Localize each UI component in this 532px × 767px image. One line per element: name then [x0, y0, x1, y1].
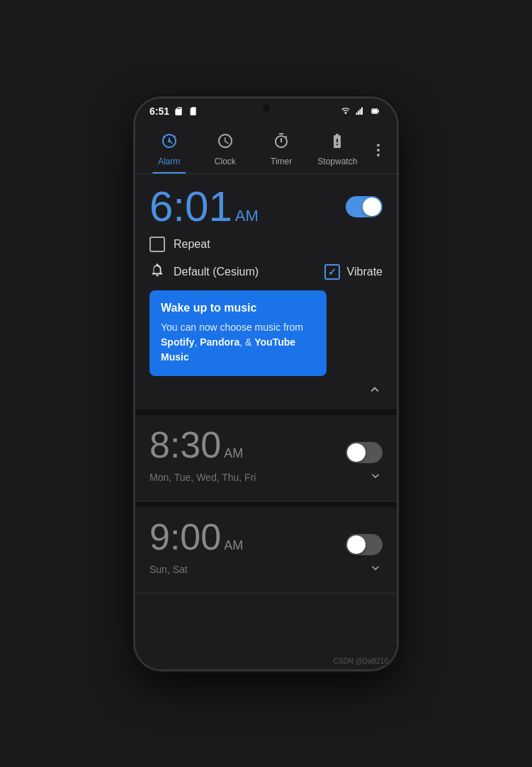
toggle-knob-2 — [347, 443, 366, 462]
alarm-time-row-1: 6:01AM — [149, 186, 383, 228]
alarm-expand-3[interactable] — [368, 561, 383, 579]
alarm-time-2: 8:30AM — [149, 426, 243, 463]
stopwatch-icon — [329, 132, 346, 154]
alarm-time-3: 9:00AM — [149, 518, 243, 555]
alarm-tab-label: Alarm — [158, 157, 180, 166]
status-left: 6:51 — [149, 106, 198, 117]
more-options-button[interactable] — [366, 138, 391, 162]
vibrate-label: Vibrate — [347, 266, 383, 278]
repeat-row: Repeat — [149, 237, 383, 252]
alarm-days-row-2: Mon, Tue, Wed, Thu, Fri — [149, 469, 383, 489]
battery-icon — [368, 107, 383, 115]
sound-left[interactable]: Default (Cesium) — [149, 262, 259, 282]
alarm-time-digits-1: 6:01 — [149, 183, 232, 230]
dot1 — [377, 144, 380, 147]
alarm-ampm-2: AM — [224, 446, 243, 460]
tab-alarm[interactable]: Alarm — [141, 127, 197, 174]
wifi-icon — [340, 107, 351, 115]
spotify-text: Spotify — [161, 336, 194, 348]
alarm-item-3[interactable]: 9:00AM Sun, Sat — [135, 507, 397, 593]
notch — [224, 98, 309, 118]
alarm-time-row-2: 8:30AM — [149, 426, 383, 463]
collapse-row — [135, 376, 397, 409]
alarm-toggle-2[interactable] — [346, 442, 383, 463]
signal-icon — [354, 107, 366, 115]
alarm-divider-3 — [135, 593, 397, 593]
bell-icon — [149, 262, 165, 282]
tooltip-title: Wake up to music — [161, 302, 315, 314]
timer-tab-label: Timer — [271, 157, 292, 166]
sim-icon — [188, 106, 198, 116]
tooltip-popup[interactable]: Wake up to music You can now choose musi… — [149, 290, 327, 376]
alarm-digits-3: 9:00 — [149, 516, 221, 557]
pandora-text: Pandora — [200, 336, 239, 348]
phone-frame: 6:51 — [133, 96, 399, 671]
stopwatch-tab-label: Stopwatch — [317, 157, 357, 166]
svg-rect-3 — [361, 107, 363, 115]
tab-stopwatch[interactable]: Stopwatch — [310, 127, 366, 174]
svg-rect-0 — [356, 113, 358, 115]
toggle-knob-3 — [347, 535, 366, 554]
alarm-days-2: Mon, Tue, Wed, Thu, Fri — [149, 472, 256, 483]
section-divider-2 — [135, 501, 397, 507]
phone-screen: 6:51 — [135, 98, 397, 669]
tooltip-body: You can now choose music from Spotify, P… — [161, 320, 315, 365]
alarm-expand-2[interactable] — [368, 469, 383, 487]
alarm-days-row-3: Sun, Sat — [149, 561, 383, 581]
svg-point-7 — [168, 140, 171, 142]
status-time: 6:51 — [149, 106, 169, 117]
alarm-time-1: 6:01AM — [149, 186, 259, 228]
tab-clock[interactable]: Clock — [197, 127, 253, 174]
alarm-toggle-3[interactable] — [346, 534, 383, 555]
dot3 — [377, 154, 380, 157]
alarm-days-3: Sun, Sat — [149, 564, 188, 575]
sd-card-icon — [174, 106, 183, 116]
vibrate-right: Vibrate — [324, 264, 383, 280]
alarm-icon — [161, 132, 178, 154]
repeat-checkbox[interactable] — [149, 237, 165, 252]
collapse-button[interactable] — [367, 382, 383, 401]
alarm-toggle-1[interactable] — [346, 196, 383, 217]
repeat-label: Repeat — [174, 238, 210, 251]
nav-tabs: Alarm Clock Timer — [135, 121, 397, 174]
svg-rect-6 — [378, 110, 379, 112]
tab-timer[interactable]: Timer — [254, 127, 310, 174]
dot2 — [377, 149, 380, 152]
alarm-card-1: 6:01AM Repeat Defau — [135, 174, 397, 282]
svg-rect-5 — [372, 109, 378, 113]
alarm-item-2[interactable]: 8:30AM Mon, Tue, Wed, Thu, Fri — [135, 415, 397, 501]
alarm-ampm-1: AM — [235, 207, 259, 225]
clock-icon — [217, 132, 234, 154]
svg-rect-2 — [360, 109, 361, 115]
camera — [263, 105, 270, 112]
status-right — [340, 107, 383, 115]
watermark: CSDN @DaB210 — [334, 657, 388, 665]
alarm-ampm-3: AM — [224, 538, 243, 552]
sound-row: Default (Cesium) Vibrate — [149, 262, 383, 282]
vibrate-checkbox[interactable] — [324, 264, 340, 280]
timer-icon — [273, 132, 290, 154]
clock-tab-label: Clock — [215, 157, 236, 166]
sound-label: Default (Cesium) — [174, 266, 259, 278]
alarm-time-row-3: 9:00AM — [149, 518, 383, 555]
tooltip-area: Wake up to music You can now choose musi… — [135, 282, 397, 376]
svg-rect-1 — [358, 110, 359, 115]
alarm-digits-2: 8:30 — [149, 424, 221, 465]
section-divider-1 — [135, 409, 397, 415]
toggle-knob-1 — [363, 198, 381, 216]
